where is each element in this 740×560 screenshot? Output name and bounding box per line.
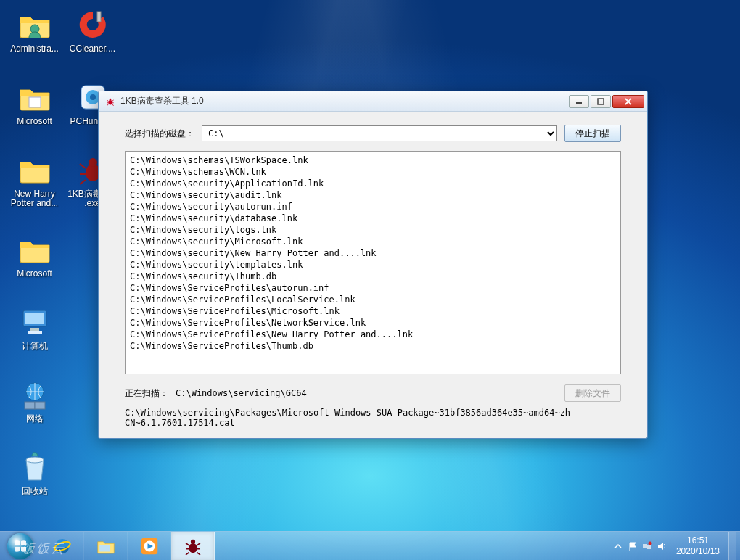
svg-rect-28 xyxy=(647,545,651,549)
svg-rect-22 xyxy=(99,545,110,552)
show-desktop-button[interactable] xyxy=(728,532,736,561)
tray-volume-icon[interactable] xyxy=(656,540,667,552)
svg-point-16 xyxy=(108,99,112,104)
media-player-icon xyxy=(139,535,160,557)
svg-rect-14 xyxy=(35,402,45,409)
computer-icon xyxy=(17,305,52,339)
desktop-icon-harry-potter[interactable]: New Harry Potter and... xyxy=(7,152,62,208)
desktop-icon-administrator[interactable]: Administra... xyxy=(7,7,62,54)
titlebar[interactable]: 1KB病毒查杀工具 1.0 xyxy=(99,91,647,112)
start-button[interactable] xyxy=(0,532,41,561)
clock-date: 2020/10/13 xyxy=(676,546,720,556)
system-tray: 16:51 2020/10/13 xyxy=(612,532,740,560)
svg-point-5 xyxy=(90,94,96,100)
maximize-button[interactable] xyxy=(591,95,611,108)
desktop-icon-computer[interactable]: 计算机 xyxy=(7,305,62,351)
svg-point-29 xyxy=(648,541,651,545)
folder-icon xyxy=(17,152,52,187)
delete-files-button[interactable]: 删除文件 xyxy=(564,384,621,402)
icon-label: Microsoft xyxy=(17,117,52,126)
bug-icon xyxy=(182,535,204,557)
icon-label: New Harry Potter and... xyxy=(7,189,62,208)
svg-point-15 xyxy=(26,457,44,463)
svg-rect-19 xyxy=(598,99,604,104)
desktop-icon-network[interactable]: 网络 xyxy=(7,377,62,424)
scanner-window: 1KB病毒查杀工具 1.0 选择扫描的磁盘： C:\ 停止扫描 C:\Windo… xyxy=(98,91,648,439)
window-body: 选择扫描的磁盘： C:\ 停止扫描 C:\Windows\schemas\TSW… xyxy=(99,112,647,438)
svg-point-17 xyxy=(110,98,112,100)
ie-icon xyxy=(52,535,73,557)
desktop-icon-recycle-bin[interactable]: 回收站 xyxy=(7,450,62,496)
recycle-bin-icon xyxy=(17,450,52,485)
svg-rect-10 xyxy=(30,328,39,331)
windows-logo-icon xyxy=(7,533,33,559)
stop-scan-button[interactable]: 停止扫描 xyxy=(564,125,621,142)
svg-rect-1 xyxy=(97,12,101,22)
taskbar-item-explorer[interactable] xyxy=(84,532,128,560)
minimize-button[interactable] xyxy=(569,95,589,108)
drive-select[interactable]: C:\ xyxy=(202,125,557,141)
svg-rect-18 xyxy=(576,102,582,104)
svg-rect-13 xyxy=(25,402,35,409)
icon-label: Administra... xyxy=(10,44,59,54)
icon-label: 网络 xyxy=(26,414,44,424)
taskbar-item-media-player[interactable] xyxy=(128,532,171,560)
svg-point-26 xyxy=(190,540,194,544)
drive-select-label: 选择扫描的磁盘： xyxy=(125,128,194,140)
window-title: 1KB病毒查杀工具 1.0 xyxy=(120,95,564,107)
desktop-icon-microsoft-1[interactable]: Microsoft xyxy=(7,80,62,126)
scan-results-list[interactable]: C:\Windows\schemas\TSWorkSpace.lnk C:\Wi… xyxy=(125,151,621,374)
folder-icon xyxy=(17,232,52,267)
tray-flag-icon[interactable] xyxy=(627,540,638,552)
detail-path: C:\Windows\servicing\Packages\Microsoft-… xyxy=(125,408,621,428)
status-label: 正在扫描： xyxy=(125,387,168,400)
taskbar-clock[interactable]: 16:51 2020/10/13 xyxy=(672,535,724,556)
ccleaner-icon xyxy=(75,7,110,42)
folder-icon xyxy=(95,535,117,557)
tray-chevron-icon[interactable] xyxy=(612,540,624,552)
taskbar-item-scanner[interactable] xyxy=(171,532,215,560)
clock-time: 16:51 xyxy=(676,535,720,545)
svg-rect-2 xyxy=(29,97,41,107)
close-button[interactable] xyxy=(612,95,644,108)
taskbar-item-ie[interactable] xyxy=(41,532,84,560)
svg-rect-11 xyxy=(28,331,42,334)
desktop-icon-microsoft-2[interactable]: Microsoft xyxy=(7,232,62,279)
tray-network-icon[interactable] xyxy=(641,540,653,552)
desktop-icon-ccleaner[interactable]: CCleaner.... xyxy=(65,7,120,54)
icon-label: Microsoft xyxy=(17,269,52,279)
app-bug-icon xyxy=(104,96,116,107)
icon-label: 计算机 xyxy=(22,342,48,351)
icon-label: 回收站 xyxy=(22,487,48,496)
svg-point-7 xyxy=(89,158,97,167)
folder-user-icon xyxy=(17,7,52,42)
icon-label: CCleaner.... xyxy=(70,44,115,54)
svg-rect-9 xyxy=(25,313,44,324)
taskbar: 饭饭云 16:51 2020/10/13 xyxy=(0,531,740,560)
svg-point-25 xyxy=(189,543,197,553)
status-path: C:\Windows\servicing\GC64 xyxy=(176,388,557,398)
folder-icon xyxy=(17,80,52,115)
svg-rect-27 xyxy=(643,544,647,548)
network-icon xyxy=(17,377,52,412)
